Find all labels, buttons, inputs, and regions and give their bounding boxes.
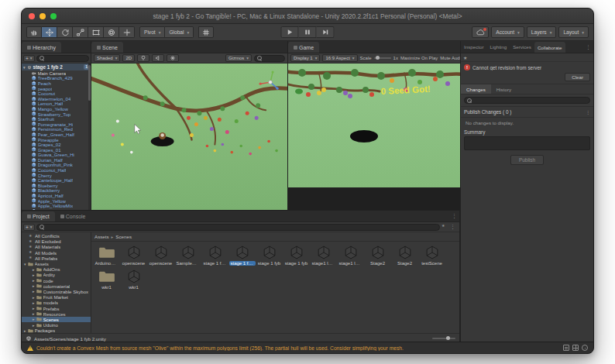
asset-item[interactable]: openscene bbox=[147, 243, 174, 267]
folder-row[interactable]: ▸ Scenes bbox=[22, 317, 91, 322]
display-dropdown[interactable]: Display 1 bbox=[290, 54, 320, 62]
dock-tab[interactable]: Inspector bbox=[461, 41, 486, 53]
scene-search-input[interactable] bbox=[254, 55, 285, 62]
dock-tab[interactable]: Collaborate bbox=[534, 42, 565, 53]
asset-item[interactable]: Stage2 bbox=[391, 243, 418, 267]
hidden-packages-icon[interactable]: ⋮ bbox=[448, 224, 458, 230]
2d-toggle-button[interactable]: 2D bbox=[122, 54, 135, 62]
folder-row[interactable]: ▸ colormaterial bbox=[22, 283, 91, 289]
background-tasks-icon[interactable] bbox=[582, 345, 588, 351]
game-viewport[interactable]: 0 Seed Got! bbox=[288, 64, 460, 210]
collab-sync-icon[interactable]: ★ bbox=[463, 55, 467, 60]
expander-open-icon[interactable]: ▾ bbox=[24, 262, 26, 266]
project-tab[interactable]: Console bbox=[55, 211, 91, 221]
scene-header-row[interactable]: ▾ stage 1 fyb 2 1 bbox=[22, 64, 91, 70]
collab-subtab[interactable]: Changes bbox=[461, 84, 491, 94]
hierarchy-item[interactable]: Strawberry_Top bbox=[22, 112, 91, 117]
project-search-input[interactable] bbox=[36, 224, 440, 231]
expander-closed-icon[interactable]: ▸ bbox=[33, 278, 35, 283]
expander-closed-icon[interactable]: ▸ bbox=[33, 267, 35, 272]
favorite-search-item[interactable]: All Prefabs bbox=[22, 256, 91, 261]
expander-closed-icon[interactable]: ▸ bbox=[33, 300, 35, 305]
expander-closed-icon[interactable]: ▸ bbox=[33, 283, 35, 288]
search-save-icon[interactable] bbox=[441, 224, 446, 228]
custom-tool-button[interactable] bbox=[119, 26, 135, 38]
dock-tab[interactable]: Services bbox=[510, 41, 534, 53]
collab-search-input[interactable] bbox=[464, 97, 590, 104]
expander-closed-icon[interactable]: ▸ bbox=[33, 323, 35, 328]
expander-closed-icon[interactable]: ▸ bbox=[33, 306, 35, 311]
asset-item[interactable]: wkr1 bbox=[120, 267, 147, 291]
hierarchy-item[interactable]: Apple_DrkRed_G bbox=[22, 208, 91, 210]
folder-row[interactable]: ▸ models bbox=[22, 300, 91, 305]
project-tab[interactable]: Project bbox=[22, 211, 55, 221]
folder-row[interactable]: ▸ Resources bbox=[22, 311, 91, 317]
asset-item[interactable]: stage 1 fyb bbox=[256, 243, 283, 267]
scene-audio-toggle[interactable] bbox=[152, 54, 164, 62]
layout-dropdown[interactable]: Layout bbox=[558, 26, 589, 38]
folder-row[interactable]: ▸ code bbox=[22, 278, 91, 283]
scene-lighting-toggle[interactable] bbox=[137, 54, 149, 62]
status-bar[interactable]: Couldn't create a Convex Mesh from sourc… bbox=[22, 342, 593, 353]
slider-knob[interactable] bbox=[446, 336, 450, 340]
asset-item[interactable]: stage1 low... bbox=[310, 243, 337, 267]
scale-slider[interactable] bbox=[374, 57, 391, 59]
asset-item[interactable]: ArduinoScr... bbox=[93, 243, 120, 267]
collab-subtab[interactable]: History bbox=[491, 84, 517, 94]
scene-effects-dropdown[interactable] bbox=[167, 54, 179, 62]
pause-button[interactable] bbox=[299, 26, 317, 38]
publish-button[interactable]: Publish bbox=[510, 155, 544, 165]
breadcrumb-current[interactable]: Scenes bbox=[115, 234, 132, 239]
expander-closed-icon[interactable]: ▸ bbox=[33, 311, 35, 316]
hierarchy-item[interactable]: Peach bbox=[22, 81, 91, 86]
transform-tool-button[interactable] bbox=[104, 26, 119, 38]
scale-tool-button[interactable] bbox=[73, 26, 88, 38]
mute-audio-toggle[interactable]: Mute Audio bbox=[440, 56, 460, 60]
hand-tool-button[interactable] bbox=[26, 26, 42, 38]
grid-snap-button[interactable] bbox=[198, 26, 214, 38]
tab-hierarchy[interactable]: Hierarchy bbox=[22, 42, 61, 53]
aspect-dropdown[interactable]: 16:9 Aspect bbox=[322, 54, 357, 62]
hierarchy-scrollbar[interactable] bbox=[88, 64, 91, 210]
asset-item[interactable]: wkr1 bbox=[93, 267, 120, 291]
asset-item[interactable]: testScene bbox=[418, 243, 445, 267]
expander-closed-icon[interactable]: ▸ bbox=[33, 289, 35, 294]
step-button[interactable] bbox=[317, 26, 335, 38]
scene-viewport[interactable] bbox=[91, 64, 287, 210]
folder-row[interactable]: ▸ AddOns bbox=[22, 266, 91, 272]
assets-root-row[interactable]: ▾ Assets bbox=[22, 261, 91, 266]
minimize-window-button[interactable] bbox=[40, 13, 46, 19]
folder-row[interactable]: ▸ Fruit Market bbox=[22, 294, 91, 300]
zoom-window-button[interactable] bbox=[50, 13, 57, 19]
folder-row[interactable]: ▸ Ardity bbox=[22, 272, 91, 277]
asset-item[interactable]: stage1 low... bbox=[337, 243, 364, 267]
collab-cloud-button[interactable] bbox=[472, 26, 489, 38]
packages-root-row[interactable]: ▸ Packages bbox=[22, 328, 91, 333]
folder-row[interactable]: ▸ Customizable Skybox bbox=[22, 289, 91, 294]
account-dropdown[interactable]: Account bbox=[491, 26, 524, 38]
global-toggle-button[interactable]: Global bbox=[165, 26, 194, 38]
asset-item[interactable]: openscene bbox=[120, 243, 147, 267]
hierarchy-item[interactable]: TreeBranch_429 bbox=[22, 76, 91, 81]
console-icon[interactable] bbox=[563, 345, 569, 351]
layout-grid-icon[interactable] bbox=[572, 345, 579, 351]
dock-tab[interactable]: Lighting bbox=[486, 41, 510, 53]
scrollbar-thumb[interactable] bbox=[88, 65, 91, 101]
expander-open-icon[interactable]: ▾ bbox=[23, 65, 26, 70]
pivot-toggle-button[interactable]: Pivot bbox=[139, 26, 165, 38]
create-object-button[interactable]: + bbox=[23, 55, 35, 62]
expander-closed-icon[interactable]: ▸ bbox=[33, 295, 35, 300]
asset-item[interactable]: Stage2 bbox=[364, 243, 391, 267]
create-asset-button[interactable]: + bbox=[23, 224, 35, 231]
asset-item[interactable]: stage 1 fyb... bbox=[228, 243, 256, 267]
summary-textarea[interactable] bbox=[464, 136, 590, 150]
panel-menu-icon[interactable]: ⋮ bbox=[449, 211, 459, 221]
expander-closed-icon[interactable]: ▸ bbox=[24, 328, 26, 333]
breadcrumb-root[interactable]: Assets bbox=[94, 234, 109, 239]
move-tool-button[interactable] bbox=[42, 26, 57, 38]
panel-menu-icon[interactable]: ⋮ bbox=[583, 41, 593, 53]
hierarchy-search-input[interactable] bbox=[36, 55, 89, 62]
layers-dropdown[interactable]: Layers bbox=[527, 26, 557, 38]
expander-closed-icon[interactable]: ▸ bbox=[33, 273, 35, 277]
gizmos-dropdown[interactable]: Gizmos bbox=[225, 54, 252, 62]
